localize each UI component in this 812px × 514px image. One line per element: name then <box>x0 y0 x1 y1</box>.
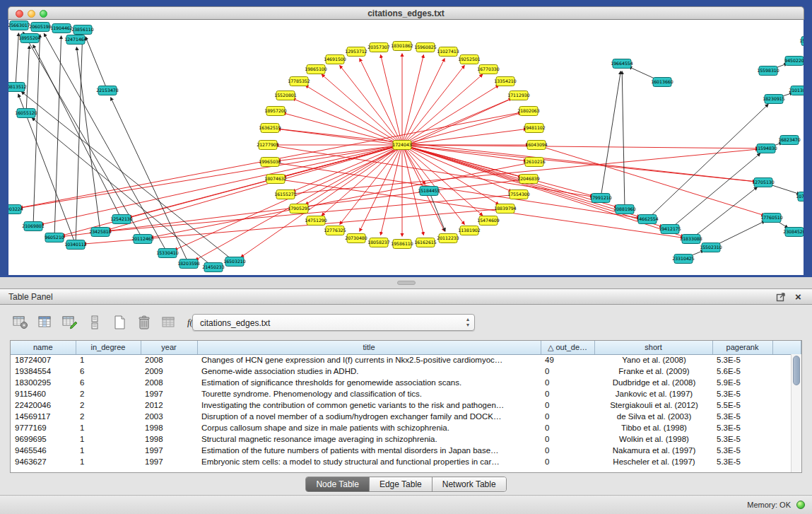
table-cell[interactable]: Investigating the contribution of common… <box>197 399 541 411</box>
table-cell[interactable]: 0 <box>541 366 594 377</box>
table-cell[interactable]: Wolkin et al. (1998) <box>594 433 712 445</box>
graph-node[interactable]: 15960825 <box>414 43 437 52</box>
graph-node[interactable]: 10340112 <box>64 240 87 250</box>
graph-node[interactable]: 15520801 <box>274 91 297 100</box>
graph-node[interactable]: 22153478 <box>96 86 119 95</box>
graph-node[interactable]: 20357307 <box>367 43 390 52</box>
table-cell[interactable]: 5.3E-5 <box>712 411 772 422</box>
graph-node[interactable]: 16055120 <box>15 109 37 118</box>
column-header-year[interactable]: year <box>141 341 197 354</box>
graph-node[interactable]: 16013660 <box>651 78 673 87</box>
graph-node[interactable]: 12705130 <box>752 178 775 187</box>
table-cell[interactable]: 2003 <box>141 411 197 422</box>
row-height-icon[interactable] <box>86 313 104 332</box>
import-table-icon[interactable] <box>160 313 178 332</box>
table-cell[interactable]: 1998 <box>141 422 197 433</box>
column-header-short[interactable]: short <box>594 341 712 354</box>
graph-node[interactable]: 12776325 <box>324 226 346 235</box>
graph-node[interactable]: 23310425 <box>672 255 695 264</box>
close-panel-icon[interactable]: × <box>793 292 804 303</box>
table-cell[interactable]: Tibbo et al. (1998) <box>594 422 712 433</box>
graph-node[interactable]: 15014838 <box>799 37 804 46</box>
graph-node[interactable]: 11027413 <box>437 47 459 57</box>
graph-node[interactable]: 20730480 <box>345 234 367 243</box>
graph-node[interactable]: 16503210 <box>223 257 246 267</box>
graph-node[interactable]: 20881960 <box>613 205 636 214</box>
table-row[interactable]: 946362711997Embryonic stem cells: a mode… <box>11 456 801 467</box>
table-cell[interactable]: 0 <box>541 422 594 433</box>
graph-node[interactable]: 18074632 <box>264 175 287 184</box>
column-header-out_de[interactable]: △ out_de… <box>541 341 594 354</box>
graph-node[interactable]: 17760510 <box>760 214 783 223</box>
column-header-name[interactable]: name <box>11 341 76 354</box>
table-cell[interactable]: Tourette syndrome. Phenomenology and cla… <box>197 388 541 399</box>
table-row[interactable]: 1938455462009Genome-wide association stu… <box>11 366 801 377</box>
delete-table-icon[interactable] <box>135 313 153 332</box>
table-cell[interactable]: 49 <box>541 354 594 366</box>
graph-node[interactable]: 15474609 <box>477 216 500 226</box>
table-cell[interactable]: Jankovic et al. (1997) <box>594 388 712 399</box>
table-cell[interactable]: 6 <box>76 377 141 388</box>
table-cell[interactable]: Estimation of the future numbers of pati… <box>197 445 541 456</box>
table-cell[interactable]: 19384554 <box>11 366 76 377</box>
table-cell[interactable]: 0 <box>541 388 594 399</box>
graph-node[interactable]: 18203598 <box>177 259 200 269</box>
column-header-title[interactable]: title <box>197 341 541 354</box>
table-cell[interactable]: 0 <box>541 445 594 456</box>
table-row[interactable]: 977716911998Corpus callosum shape and si… <box>11 422 801 433</box>
table-cell[interactable]: de Silva et al. (2003) <box>594 411 712 422</box>
table-cell[interactable]: 9115460 <box>11 388 76 399</box>
table-row[interactable]: 2242004622012Investigating the contribut… <box>11 399 801 411</box>
graph-node[interactable]: 12953712 <box>345 47 367 57</box>
graph-node[interactable]: 18230915 <box>763 95 785 104</box>
graph-node[interactable]: 19865100 <box>305 65 327 74</box>
table-cell[interactable]: 1 <box>76 445 141 456</box>
table-cell[interactable]: Genome-wide association studies in ADHD. <box>197 366 541 377</box>
table-settings-icon[interactable] <box>11 313 30 332</box>
table-cell[interactable]: 1 <box>76 422 141 433</box>
table-row[interactable]: 911546021997Tourette syndrome. Phenomeno… <box>11 388 801 399</box>
scrollbar-thumb[interactable] <box>793 356 800 385</box>
graph-node[interactable]: 9450220 <box>784 57 804 66</box>
table-select-dropdown[interactable]: citations_edges.txt ▴▾ <box>192 314 475 331</box>
table-cell[interactable]: 2 <box>76 388 141 399</box>
network-window-titlebar[interactable]: citations_edges.txt <box>8 6 804 20</box>
panel-divider[interactable] <box>0 277 812 288</box>
graph-node[interactable]: 15598310 <box>757 66 779 76</box>
table-cell[interactable]: 0 <box>541 433 594 445</box>
graph-node[interactable]: 1724043 <box>392 141 412 150</box>
graph-node[interactable]: 18301862 <box>391 42 413 51</box>
graph-node[interactable]: 17785352 <box>288 77 310 86</box>
table-cell[interactable]: Yano et al. (2008) <box>594 354 712 366</box>
table-cell[interactable]: Corpus callosum shape and size in male p… <box>197 422 541 433</box>
network-canvas[interactable]: 1724043160430941261021622046839175543001… <box>8 20 804 275</box>
graph-node[interactable]: 16043094 <box>525 141 548 150</box>
tab-edge-table[interactable]: Edge Table <box>370 477 433 491</box>
table-cell[interactable]: 5.3E-5 <box>712 456 772 467</box>
table-cell[interactable]: 9777169 <box>11 422 76 433</box>
graph-node[interactable]: 11381902 <box>458 226 481 235</box>
table-cell[interactable]: 5.3E-5 <box>712 388 772 399</box>
table-cell[interactable]: 0 <box>541 399 594 411</box>
graph-node[interactable]: 16770330 <box>477 65 500 74</box>
tab-network-table[interactable]: Network Table <box>433 477 506 491</box>
vertical-scrollbar[interactable] <box>791 354 801 472</box>
graph-node[interactable]: 18058237 <box>367 238 390 247</box>
table-cell[interactable]: Nakamura et al. (1997) <box>594 445 712 456</box>
graph-node[interactable]: 16162615 <box>414 238 437 247</box>
table-cell[interactable]: 5.3E-5 <box>712 433 772 445</box>
table-row[interactable]: 1872400712008Changes of HCN gene express… <box>11 354 801 366</box>
table-cell[interactable]: Embryonic stem cells: a model to study s… <box>197 456 541 467</box>
tab-node-table[interactable]: Node Table <box>306 477 370 491</box>
table-cell[interactable]: 14569117 <box>11 411 76 422</box>
table-row[interactable]: 946554611997Estimation of the future num… <box>11 445 801 456</box>
table-cell[interactable]: 9463627 <box>11 456 76 467</box>
table-row[interactable]: 969969511998Structural magnetic resonanc… <box>11 433 801 445</box>
graph-node[interactable]: 23856110 <box>71 25 94 35</box>
divider-handle-icon[interactable] <box>397 281 416 285</box>
graph-node[interactable]: 16155275 <box>274 190 297 199</box>
graph-node[interactable]: 19412175 <box>659 225 681 234</box>
table-cell[interactable]: 1 <box>76 354 141 366</box>
graph-node[interactable]: 22046839 <box>517 175 540 184</box>
table-cell[interactable]: 6 <box>76 366 141 377</box>
